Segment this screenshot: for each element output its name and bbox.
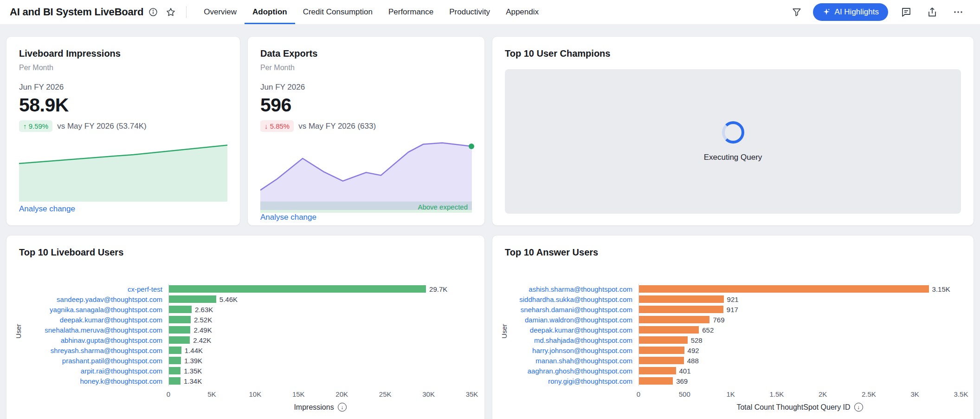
bar-value-label: 1.44K [185,347,203,354]
bar[interactable] [639,367,676,374]
category-label[interactable]: sneharsh.damani@thoughtspot.com [505,306,638,314]
bar[interactable] [639,285,929,293]
bar[interactable] [169,336,190,344]
tab-performance[interactable]: Performance [380,0,441,24]
tab-appendix[interactable]: Appendix [498,0,547,24]
analyse-change-link[interactable]: Analyse change [260,213,316,222]
axis-tick: 30K [422,390,435,398]
category-label[interactable]: deepak.kumar@thoughtspot.com [505,326,638,334]
bar[interactable] [639,336,688,344]
tab-adoption[interactable]: Adoption [245,0,295,24]
bar[interactable] [169,306,192,313]
axis-tick: 5K [207,390,216,398]
kpi-delta-row: ↓ 5.85% vs May FY 2026 (633) [260,120,472,132]
category-label[interactable]: harry.johnson@thoughtspot.com [505,347,638,354]
app-header: AI and BI System LiveBoard Overview Adop… [0,0,980,24]
above-expected-band-label: Above expected [418,203,468,211]
category-label[interactable]: shreyash.sharma@thoughtspot.com [19,347,168,354]
bar[interactable] [639,306,723,313]
category-label[interactable]: yagnika.sanagala@thoughtspot.com [19,306,168,314]
bar[interactable] [639,377,673,385]
bar[interactable] [169,316,191,323]
kpi-value: 58.9K [19,94,227,116]
share-export-icon [927,7,938,18]
category-label[interactable]: rony.gigi@thoughtspot.com [505,377,638,385]
tab-productivity[interactable]: Productivity [441,0,498,24]
bar[interactable] [169,377,181,385]
bar[interactable] [169,347,181,354]
category-label[interactable]: damian.waldron@thoughtspot.com [505,316,638,324]
bar-row: deepak.kumar@thoughtspot.com2.52K [19,314,472,325]
category-label[interactable]: deepak.kumar@thoughtspot.com [19,316,168,324]
user-champions-card: Top 10 User Champions Executing Query [492,36,974,226]
bar-value-label: 3.15K [932,285,950,293]
bar[interactable] [639,316,709,323]
axis-tick: 3.5K [954,390,968,398]
category-label[interactable]: md.shahjada@thoughtspot.com [505,336,638,344]
card-subtitle: Per Month [19,64,227,72]
info-button[interactable] [145,4,161,20]
bar-row: deepak.kumar@thoughtspot.com652 [505,325,961,335]
impressions-trend-chart [19,142,227,202]
ai-highlights-button[interactable]: AI Highlights [813,3,888,21]
axis-tick: 2K [819,390,827,398]
bar-value-label: 769 [713,316,724,324]
liveboard-body: Liveboard Impressions Per Month Jun FY 2… [0,24,980,419]
sort-descending-icon[interactable]: ↓ [854,403,863,412]
kpi-comparison: vs May FY 2026 (633) [298,122,376,131]
bar-value-label: 1.39K [184,357,202,365]
category-label[interactable]: honey.k@thoughtspot.com [19,377,168,385]
favorite-button[interactable] [163,4,179,20]
category-label[interactable]: prashant.patil@thoughtspot.com [19,357,168,365]
more-options-button[interactable] [950,4,966,20]
bar[interactable] [169,357,181,364]
axis-tick: 25K [379,390,392,398]
bar-track: 1.34K [168,376,472,386]
bar[interactable] [169,326,190,334]
tab-credit-consumption[interactable]: Credit Consumption [295,0,380,24]
sort-descending-icon[interactable]: ↓ [338,403,347,412]
bar[interactable] [639,347,684,354]
axis-tick: 0 [637,390,640,398]
exports-trend-chart: Above expected [260,142,472,213]
tab-overview[interactable]: Overview [196,0,245,24]
bar-row: aaghran.ghosh@thoughtspot.com401 [505,366,961,376]
share-button[interactable] [924,4,940,20]
bar-row: cx-perf-test29.7K [19,284,472,294]
category-label[interactable]: sandeep.yadav@thoughtspot.com [19,295,168,303]
x-axis-label-row: Total Count ThoughtSpot Query ID ↓ [638,403,961,412]
info-icon [148,7,158,17]
filter-button[interactable] [789,4,805,20]
analyse-change-link[interactable]: Analyse change [19,204,75,214]
bar-value-label: 528 [691,336,703,344]
bar[interactable] [169,285,426,293]
comments-button[interactable] [898,4,914,20]
bar[interactable] [639,295,724,303]
bar-row: sneharsh.damani@thoughtspot.com917 [505,304,961,314]
bar-track: 1.35K [168,366,472,376]
category-label[interactable]: aaghran.ghosh@thoughtspot.com [505,367,638,375]
loading-spinner-icon [722,121,744,144]
loading-status-text: Executing Query [704,153,762,162]
bar[interactable] [639,326,699,334]
bar[interactable] [169,367,181,374]
kpi-comparison: vs May FY 2026 (53.74K) [57,122,146,131]
bar-track: 528 [638,335,961,345]
bar[interactable] [169,295,216,303]
bar-row: honey.k@thoughtspot.com1.34K [19,376,472,386]
bar[interactable] [639,357,684,364]
category-label[interactable]: manan.shah@thoughtspot.com [505,357,638,365]
category-label[interactable]: abhinav.gupta@thoughtspot.com [19,336,168,344]
category-label[interactable]: cx-perf-test [19,285,168,293]
category-label[interactable]: snehalatha.meruva@thoughtspot.com [19,326,168,334]
category-label[interactable]: ashish.sharma@thoughtspot.com [505,285,638,293]
bar-row: ashish.sharma@thoughtspot.com3.15K [505,284,961,294]
category-label[interactable]: siddhardha.sukka@thoughtspot.com [505,295,638,303]
bar-row: arpit.rai@thoughtspot.com1.35K [19,366,472,376]
kpi-value: 596 [260,94,472,116]
x-axis-label-row: Impressions ↓ [168,403,472,412]
category-label[interactable]: arpit.rai@thoughtspot.com [19,367,168,375]
bar-track: 1.44K [168,345,472,355]
page-title: AI and BI System LiveBoard [10,6,143,18]
bar-value-label: 5.46K [219,295,238,303]
